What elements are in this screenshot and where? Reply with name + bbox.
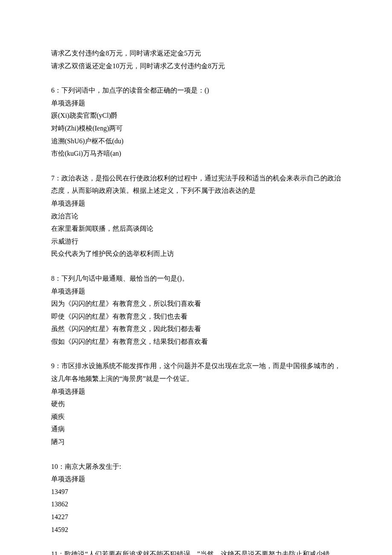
question-11: 11：歌德说“人们若要有所追求就不能不犯错误。”当然，这绝不是说不要努力去防止和… <box>51 548 341 555</box>
question-prompt: 8：下列几句话中最通顺、最恰当的一句是()。 <box>51 272 341 285</box>
question-type-label: 单项选择题 <box>51 197 341 210</box>
option-text: 陋习 <box>51 436 341 448</box>
question-6: 6：下列词语中，加点字的读音全都正确的一项是：() 单项选择题 蹊(Xi)跷卖官… <box>51 84 341 160</box>
option-text: 蹊(Xi)跷卖官鬻(yCl)爵 <box>51 109 341 122</box>
option-text: 即使《闪闪的红星》有教育意义，我们也去看 <box>51 310 341 323</box>
option-text: 13497 <box>51 485 341 498</box>
option-text: 政治言论 <box>51 210 341 223</box>
option-text: 请求乙双倍返还定金10万元，同时请求乙支付违约金8万元 <box>51 60 341 73</box>
question-10: 10：南京大屠杀发生于: 单项选择题 13497 13862 14227 145… <box>51 460 341 536</box>
option-text: 虽然《闪闪的红星》有教育意义，因此我们都去看 <box>51 323 341 335</box>
option-text: 在家里看新闻联播，然后高谈阔论 <box>51 222 341 235</box>
option-text: 请求乙支付违约金8万元，同时请求返还定金5万元 <box>51 47 341 60</box>
option-text: 硬伤 <box>51 398 341 410</box>
question-prompt: 6：下列词语中，加点字的读音全都正确的一项是：() <box>51 84 341 97</box>
option-text: 追溯(ShU6)户枢不低(du) <box>51 135 341 148</box>
question-8: 8：下列几句话中最通顺、最恰当的一句是()。 单项选择题 因为《闪闪的红星》有教… <box>51 272 341 348</box>
option-text: 市侩(kuGi)万马齐喑(an) <box>51 147 341 160</box>
question-prompt: 9：市区排水设施系统不能发挥作用，这个问题并不是仅出现在北京一地，而是中国很多城… <box>51 360 341 385</box>
question-5-trailing-options: 请求乙支付违约金8万元，同时请求返还定金5万元 请求乙双倍返还定金10万元，同时… <box>51 47 341 72</box>
question-prompt: 7：政治表达，是指公民在行使政治权利的过程中，通过宪法手段和适当的机会来表示自己… <box>51 172 341 197</box>
question-9: 9：市区排水设施系统不能发挥作用，这个问题并不是仅出现在北京一地，而是中国很多城… <box>51 360 341 448</box>
option-text: 假如《闪闪的红星》有教育意义，结果我们都喜欢看 <box>51 335 341 348</box>
question-type-label: 单项选择题 <box>51 385 341 398</box>
option-text: 14592 <box>51 523 341 536</box>
option-text: 示威游行 <box>51 235 341 248</box>
question-type-label: 单项选择题 <box>51 97 341 110</box>
question-type-label: 单项选择题 <box>51 285 341 298</box>
question-7: 7：政治表达，是指公民在行使政治权利的过程中，通过宪法手段和适当的机会来表示自己… <box>51 172 341 260</box>
option-text: 因为《闪闪的红星》有教育意义，所以我们喜欢看 <box>51 297 341 310</box>
option-text: 顽疾 <box>51 410 341 423</box>
option-text: 13862 <box>51 498 341 511</box>
question-type-label: 单项选择题 <box>51 473 341 485</box>
option-text: 对峙(Zhi)模棱(Ieng)两可 <box>51 122 341 135</box>
option-text: 14227 <box>51 511 341 523</box>
option-text: 民众代表为了维护民众的选举权利而上访 <box>51 247 341 260</box>
question-prompt: 11：歌德说“人们若要有所追求就不能不犯错误。”当然，这绝不是说不要努力去防止和… <box>51 548 341 555</box>
question-prompt: 10：南京大屠杀发生于: <box>51 460 341 473</box>
option-text: 通病 <box>51 423 341 436</box>
